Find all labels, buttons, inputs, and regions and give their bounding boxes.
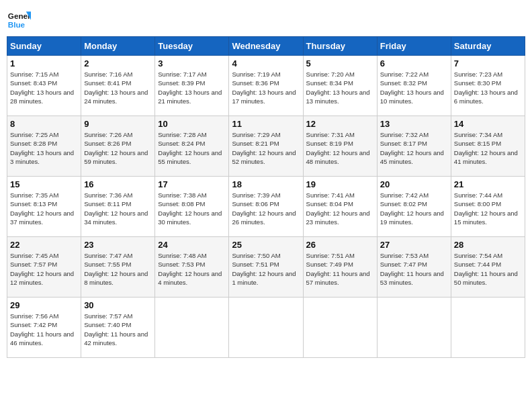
day-number: 26 xyxy=(306,240,374,250)
calendar: SundayMondayTuesdayWednesdayThursdayFrid… xyxy=(7,36,525,358)
calendar-cell: 9 Sunrise: 7:26 AM Sunset: 8:26 PM Dayli… xyxy=(81,116,155,177)
day-number: 19 xyxy=(306,179,374,189)
day-number: 1 xyxy=(10,58,78,68)
day-number: 21 xyxy=(454,179,522,189)
day-number: 7 xyxy=(454,58,522,68)
calendar-week-2: 8 Sunrise: 7:25 AM Sunset: 8:28 PM Dayli… xyxy=(7,116,525,177)
calendar-cell: 5 Sunrise: 7:20 AM Sunset: 8:34 PM Dayli… xyxy=(303,56,377,116)
day-info: Sunrise: 7:53 AM Sunset: 7:47 PM Dayligh… xyxy=(380,251,448,287)
day-info: Sunrise: 7:48 AM Sunset: 7:53 PM Dayligh… xyxy=(158,251,226,287)
day-number: 29 xyxy=(10,300,78,310)
calendar-header-thursday: Thursday xyxy=(303,37,377,56)
day-number: 14 xyxy=(454,119,522,129)
day-info: Sunrise: 7:16 AM Sunset: 8:41 PM Dayligh… xyxy=(84,70,152,105)
calendar-cell xyxy=(377,298,451,358)
day-number: 5 xyxy=(306,58,374,68)
calendar-cell: 17 Sunrise: 7:38 AM Sunset: 8:08 PM Dayl… xyxy=(155,177,229,237)
day-number: 10 xyxy=(158,119,226,129)
day-info: Sunrise: 7:22 AM Sunset: 8:32 PM Dayligh… xyxy=(380,70,448,105)
day-number: 17 xyxy=(158,179,226,189)
day-number: 8 xyxy=(10,119,78,129)
day-number: 4 xyxy=(232,58,300,68)
calendar-week-3: 15 Sunrise: 7:35 AM Sunset: 8:13 PM Dayl… xyxy=(7,177,525,237)
day-number: 30 xyxy=(84,300,152,310)
day-info: Sunrise: 7:42 AM Sunset: 8:02 PM Dayligh… xyxy=(380,191,448,226)
day-number: 2 xyxy=(84,58,152,68)
calendar-cell: 27 Sunrise: 7:53 AM Sunset: 7:47 PM Dayl… xyxy=(377,237,451,298)
calendar-cell: 6 Sunrise: 7:22 AM Sunset: 8:32 PM Dayli… xyxy=(377,56,451,116)
day-info: Sunrise: 7:19 AM Sunset: 8:36 PM Dayligh… xyxy=(232,70,300,105)
day-number: 9 xyxy=(84,119,152,129)
calendar-cell: 8 Sunrise: 7:25 AM Sunset: 8:28 PM Dayli… xyxy=(7,116,81,177)
day-info: Sunrise: 7:45 AM Sunset: 7:57 PM Dayligh… xyxy=(10,251,78,287)
calendar-header-sunday: Sunday xyxy=(7,37,81,56)
calendar-cell: 2 Sunrise: 7:16 AM Sunset: 8:41 PM Dayli… xyxy=(81,56,155,116)
svg-text:Blue: Blue xyxy=(8,20,26,29)
day-info: Sunrise: 7:51 AM Sunset: 7:49 PM Dayligh… xyxy=(306,251,374,287)
calendar-header-row: SundayMondayTuesdayWednesdayThursdayFrid… xyxy=(7,37,525,56)
day-number: 28 xyxy=(454,240,522,250)
calendar-week-4: 22 Sunrise: 7:45 AM Sunset: 7:57 PM Dayl… xyxy=(7,237,525,298)
day-info: Sunrise: 7:56 AM Sunset: 7:42 PM Dayligh… xyxy=(10,312,78,347)
calendar-cell: 7 Sunrise: 7:23 AM Sunset: 8:30 PM Dayli… xyxy=(451,56,525,116)
day-info: Sunrise: 7:44 AM Sunset: 8:00 PM Dayligh… xyxy=(454,191,522,226)
calendar-header-monday: Monday xyxy=(81,37,155,56)
calendar-cell: 20 Sunrise: 7:42 AM Sunset: 8:02 PM Dayl… xyxy=(377,177,451,237)
day-number: 18 xyxy=(232,179,300,189)
calendar-week-1: 1 Sunrise: 7:15 AM Sunset: 8:43 PM Dayli… xyxy=(7,56,525,116)
day-number: 24 xyxy=(158,240,226,250)
calendar-cell: 10 Sunrise: 7:28 AM Sunset: 8:24 PM Dayl… xyxy=(155,116,229,177)
day-info: Sunrise: 7:20 AM Sunset: 8:34 PM Dayligh… xyxy=(306,70,374,105)
day-info: Sunrise: 7:28 AM Sunset: 8:24 PM Dayligh… xyxy=(158,130,226,166)
calendar-cell: 13 Sunrise: 7:32 AM Sunset: 8:17 PM Dayl… xyxy=(377,116,451,177)
day-info: Sunrise: 7:32 AM Sunset: 8:17 PM Dayligh… xyxy=(380,130,448,166)
calendar-cell: 1 Sunrise: 7:15 AM Sunset: 8:43 PM Dayli… xyxy=(7,56,81,116)
calendar-cell: 25 Sunrise: 7:50 AM Sunset: 7:51 PM Dayl… xyxy=(229,237,303,298)
day-info: Sunrise: 7:54 AM Sunset: 7:44 PM Dayligh… xyxy=(454,251,522,287)
calendar-cell: 4 Sunrise: 7:19 AM Sunset: 8:36 PM Dayli… xyxy=(229,56,303,116)
day-info: Sunrise: 7:34 AM Sunset: 8:15 PM Dayligh… xyxy=(454,130,522,166)
calendar-cell xyxy=(451,298,525,358)
day-info: Sunrise: 7:36 AM Sunset: 8:11 PM Dayligh… xyxy=(84,191,152,226)
calendar-header-saturday: Saturday xyxy=(451,37,525,56)
day-info: Sunrise: 7:25 AM Sunset: 8:28 PM Dayligh… xyxy=(10,130,78,166)
calendar-cell xyxy=(229,298,303,358)
calendar-cell: 12 Sunrise: 7:31 AM Sunset: 8:19 PM Dayl… xyxy=(303,116,377,177)
calendar-cell: 22 Sunrise: 7:45 AM Sunset: 7:57 PM Dayl… xyxy=(7,237,81,298)
calendar-cell: 18 Sunrise: 7:39 AM Sunset: 8:06 PM Dayl… xyxy=(229,177,303,237)
calendar-cell: 26 Sunrise: 7:51 AM Sunset: 7:49 PM Dayl… xyxy=(303,237,377,298)
day-number: 6 xyxy=(380,58,448,68)
day-info: Sunrise: 7:50 AM Sunset: 7:51 PM Dayligh… xyxy=(232,251,300,287)
day-number: 20 xyxy=(380,179,448,189)
day-number: 13 xyxy=(380,119,448,129)
calendar-header-wednesday: Wednesday xyxy=(229,37,303,56)
calendar-cell xyxy=(155,298,229,358)
day-info: Sunrise: 7:39 AM Sunset: 8:06 PM Dayligh… xyxy=(232,191,300,226)
calendar-cell: 21 Sunrise: 7:44 AM Sunset: 8:00 PM Dayl… xyxy=(451,177,525,237)
calendar-cell: 28 Sunrise: 7:54 AM Sunset: 7:44 PM Dayl… xyxy=(451,237,525,298)
day-info: Sunrise: 7:15 AM Sunset: 8:43 PM Dayligh… xyxy=(10,70,78,105)
day-info: Sunrise: 7:17 AM Sunset: 8:39 PM Dayligh… xyxy=(158,70,226,105)
page-header: General Blue xyxy=(7,7,525,31)
day-number: 16 xyxy=(84,179,152,189)
day-number: 22 xyxy=(10,240,78,250)
calendar-cell: 23 Sunrise: 7:47 AM Sunset: 7:55 PM Dayl… xyxy=(81,237,155,298)
day-number: 25 xyxy=(232,240,300,250)
day-info: Sunrise: 7:29 AM Sunset: 8:21 PM Dayligh… xyxy=(232,130,300,166)
day-number: 23 xyxy=(84,240,152,250)
day-info: Sunrise: 7:26 AM Sunset: 8:26 PM Dayligh… xyxy=(84,130,152,166)
day-info: Sunrise: 7:23 AM Sunset: 8:30 PM Dayligh… xyxy=(454,70,522,105)
calendar-header-friday: Friday xyxy=(377,37,451,56)
calendar-cell: 11 Sunrise: 7:29 AM Sunset: 8:21 PM Dayl… xyxy=(229,116,303,177)
day-number: 12 xyxy=(306,119,374,129)
calendar-cell xyxy=(303,298,377,358)
day-number: 11 xyxy=(232,119,300,129)
calendar-cell: 14 Sunrise: 7:34 AM Sunset: 8:15 PM Dayl… xyxy=(451,116,525,177)
day-info: Sunrise: 7:41 AM Sunset: 8:04 PM Dayligh… xyxy=(306,191,374,226)
day-info: Sunrise: 7:47 AM Sunset: 7:55 PM Dayligh… xyxy=(84,251,152,287)
day-number: 3 xyxy=(158,58,226,68)
calendar-cell: 29 Sunrise: 7:56 AM Sunset: 7:42 PM Dayl… xyxy=(7,298,81,358)
day-number: 15 xyxy=(10,179,78,189)
logo: General Blue xyxy=(7,7,31,31)
calendar-cell: 3 Sunrise: 7:17 AM Sunset: 8:39 PM Dayli… xyxy=(155,56,229,116)
